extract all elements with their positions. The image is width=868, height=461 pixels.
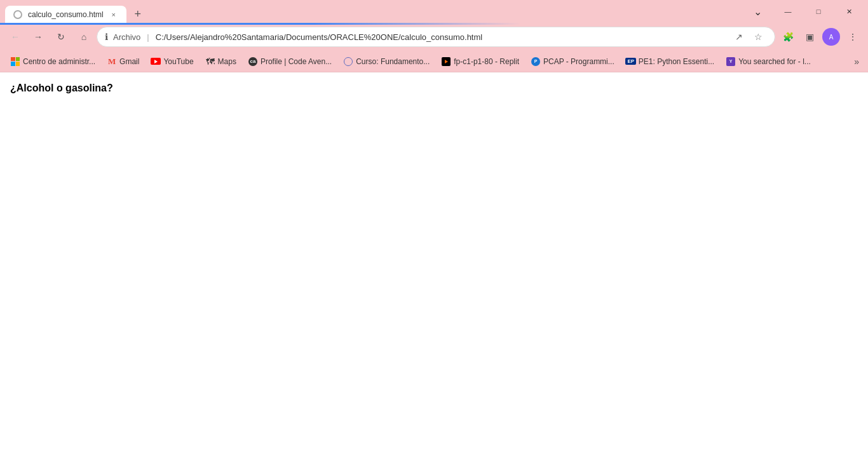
back-button[interactable]: ←: [5, 27, 25, 47]
extensions-icon: 🧩: [783, 32, 794, 42]
tab-favicon-circle: [13, 10, 22, 19]
bookmark-label-admin: Centro de administr...: [23, 57, 95, 66]
bookmark-item-maps[interactable]: 🗺 Maps: [200, 54, 241, 69]
pcap-icon: P: [531, 57, 540, 66]
bookmark-star-icon[interactable]: ☆: [749, 28, 767, 46]
url-text: C:/Users/Alejandro%20Santamaria/Document…: [156, 32, 725, 42]
bookmark-label-gmail: Gmail: [119, 57, 139, 66]
new-tab-button[interactable]: +: [129, 5, 147, 23]
bookmark-label-youtube: YouTube: [163, 57, 193, 66]
replit-favicon: [441, 57, 451, 67]
maps-icon: 🗺: [206, 57, 215, 67]
bookmarks-bar: Centro de administr... M Gmail YouTube 🗺…: [0, 51, 868, 72]
search-bm-icon: Y: [726, 57, 735, 66]
protocol-label: Archivo: [113, 32, 140, 42]
more-button[interactable]: ⋮: [843, 27, 863, 47]
gmail-favicon: M: [107, 57, 117, 67]
bookmark-item-pcap[interactable]: P PCAP - Programmi...: [526, 54, 620, 69]
window-minimize-btn2[interactable]: —: [774, 1, 802, 22]
ms-icon: [11, 57, 20, 66]
youtube-play-triangle: [154, 60, 158, 63]
tab-favicon: [13, 10, 23, 20]
bookmark-item-curso[interactable]: Curso: Fundamento...: [338, 54, 435, 69]
globe-icon: [344, 57, 353, 66]
bookmark-item-gmail[interactable]: M Gmail: [102, 54, 144, 69]
bookmark-label-pe1: PE1: Python Essenti...: [639, 57, 714, 66]
bookmark-item-searched[interactable]: Y You searched for - l...: [721, 54, 816, 69]
bookmark-label-pcap: PCAP - Programmi...: [543, 57, 614, 66]
reload-button[interactable]: ↻: [51, 27, 71, 47]
bookmark-item-admin[interactable]: Centro de administr...: [5, 54, 100, 69]
sidebar-button[interactable]: ▣: [799, 27, 820, 47]
bookmark-item-codeavengers[interactable]: ca Profile | Code Aven...: [243, 54, 337, 69]
address-bar[interactable]: ℹ Archivo | C:/Users/Alejandro%20Santama…: [97, 27, 775, 47]
ca-icon: ca: [248, 57, 257, 66]
bookmark-item-youtube[interactable]: YouTube: [146, 54, 198, 69]
ep-icon: EP: [625, 58, 636, 65]
bookmark-label-replit: fp-c1-p1-80 - Replit: [454, 57, 519, 66]
replit-play: [445, 60, 448, 63]
window-maximize-btn[interactable]: □: [804, 1, 832, 22]
sidebar-icon: ▣: [806, 32, 814, 42]
gmail-icon: M: [108, 57, 116, 67]
bookmark-label-searched: You searched for - l...: [738, 57, 811, 66]
more-icon: ⋮: [848, 32, 857, 42]
share-icon[interactable]: ↗: [730, 28, 748, 46]
replit-icon: [442, 57, 451, 66]
searched-favicon: Y: [726, 57, 736, 67]
bookmark-item-pe1[interactable]: EP PE1: Python Essenti...: [621, 54, 719, 69]
window-close-btn[interactable]: ✕: [835, 1, 863, 22]
profile-avatar: A: [822, 28, 840, 46]
bookmark-label-codeavengers: Profile | Code Aven...: [261, 57, 332, 66]
window-controls: ⌄ — □ ✕: [743, 1, 863, 22]
pe1-favicon: EP: [626, 57, 636, 67]
pcap-favicon: P: [531, 57, 541, 67]
tab-close-btn[interactable]: ×: [109, 10, 119, 20]
active-tab[interactable]: calculo_consumo.html ×: [5, 6, 126, 23]
address-bar-icons: ↗ ☆: [730, 28, 767, 46]
bookmark-label-curso: Curso: Fundamento...: [356, 57, 430, 66]
url-separator: |: [147, 32, 149, 42]
youtube-favicon: [151, 57, 161, 67]
extensions-button[interactable]: 🧩: [778, 27, 798, 47]
microsoft-favicon: [10, 57, 20, 67]
tab-title: calculo_consumo.html: [28, 10, 104, 19]
title-bar: calculo_consumo.html × + ⌄ — □ ✕: [0, 0, 868, 23]
bookmark-label-maps: Maps: [218, 57, 236, 66]
codeavengers-favicon: ca: [248, 57, 258, 67]
profile-button[interactable]: A: [821, 27, 841, 47]
curso-favicon: [343, 57, 353, 67]
window-minimize-btn[interactable]: ⌄: [743, 1, 771, 22]
bookmark-item-replit[interactable]: fp-c1-p1-80 - Replit: [436, 54, 524, 69]
loading-bar: [0, 23, 521, 25]
page-content: ¿Alcohol o gasolina?: [0, 72, 868, 461]
tab-strip: calculo_consumo.html × +: [5, 0, 743, 23]
navigation-bar: ← → ↻ ⌂ ℹ Archivo | C:/Users/Alejandro%2…: [0, 23, 868, 51]
browser-action-buttons: 🧩 ▣ A ⋮: [778, 27, 863, 47]
lock-icon: ℹ: [105, 32, 108, 42]
page-question: ¿Alcohol o gasolina?: [10, 83, 858, 94]
maps-favicon: 🗺: [205, 57, 215, 67]
forward-button[interactable]: →: [28, 27, 48, 47]
home-button[interactable]: ⌂: [74, 27, 94, 47]
more-bookmarks-button[interactable]: »: [850, 54, 863, 69]
youtube-icon: [151, 58, 161, 65]
